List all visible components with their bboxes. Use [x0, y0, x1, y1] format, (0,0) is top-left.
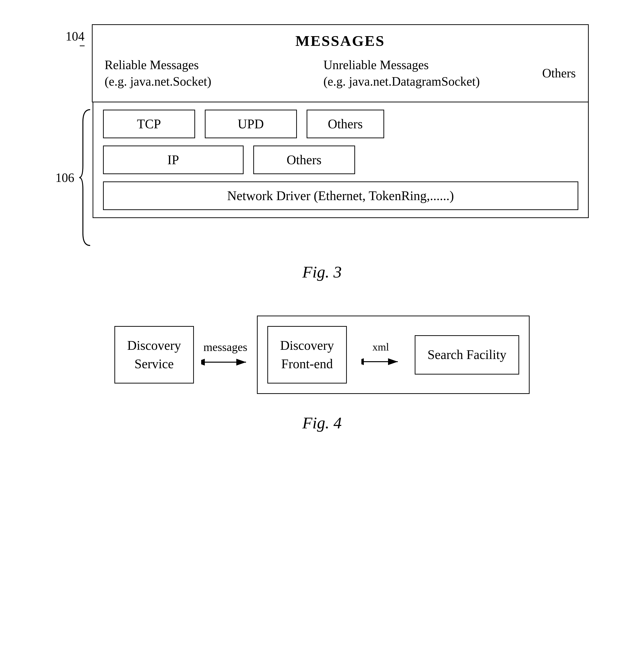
xml-arrow-label: xml	[372, 341, 389, 353]
reliable-messages-col: Reliable Messages (e.g. java.net.Socket)	[105, 57, 304, 89]
fig4-section: Discovery Service messages	[55, 315, 589, 442]
discovery-service-box: Discovery Service	[114, 326, 194, 383]
messages-others-label: Others	[542, 57, 576, 89]
protocol-row-2: IP Others	[103, 146, 578, 174]
fig4-caption: Fig. 4	[55, 413, 589, 433]
messages-arrow-icon	[201, 355, 250, 370]
unreliable-detail: (e.g. java.net.DatagramSocket)	[323, 73, 523, 90]
protocol-row-1: TCP UPD Others	[103, 110, 578, 138]
protocols-box: TCP UPD Others IP Others	[93, 102, 589, 218]
brace-106-icon	[78, 107, 93, 248]
fig3-section: 104 MESSAGES Reliable Messages (e.g. jav…	[55, 24, 589, 291]
ip-box: IP	[103, 146, 244, 174]
messages-title: MESSAGES	[105, 32, 576, 49]
protocol-row-3: Network Driver (Ethernet, TokenRing,....…	[103, 181, 578, 210]
fig3-caption: Fig. 3	[55, 262, 589, 282]
messages-arrow-area: messages	[194, 340, 257, 370]
discovery-frontend-text: Discovery Front-end	[280, 338, 334, 371]
search-facility-box: Search Facility	[415, 335, 519, 375]
unreliable-label: Unreliable Messages	[323, 57, 523, 73]
fig4-diagram: Discovery Service messages	[55, 315, 589, 394]
network-driver-box: Network Driver (Ethernet, TokenRing,....…	[103, 181, 578, 210]
ref-104-label: 104	[66, 29, 85, 43]
udp-box: UPD	[205, 110, 297, 138]
search-facility-text: Search Facility	[428, 347, 506, 362]
messages-box: MESSAGES Reliable Messages (e.g. java.ne…	[92, 24, 589, 102]
others-top-box: Others	[306, 110, 384, 138]
tcp-box: TCP	[103, 110, 195, 138]
discovery-outer-box: Discovery Front-end xml	[257, 315, 530, 394]
messages-arrow-label: messages	[203, 340, 247, 354]
ref-106-label: 106	[55, 171, 74, 185]
xml-arrow-area: xml	[356, 341, 405, 369]
others-mid-box: Others	[253, 146, 355, 174]
reliable-detail: (e.g. java.net.Socket)	[105, 73, 304, 90]
xml-arrow-icon	[361, 354, 400, 369]
discovery-service-text: Discovery Service	[127, 338, 181, 371]
reliable-label: Reliable Messages	[105, 57, 304, 73]
unreliable-messages-col: Unreliable Messages (e.g. java.net.Datag…	[323, 57, 523, 89]
discovery-frontend-box: Discovery Front-end	[267, 326, 347, 383]
